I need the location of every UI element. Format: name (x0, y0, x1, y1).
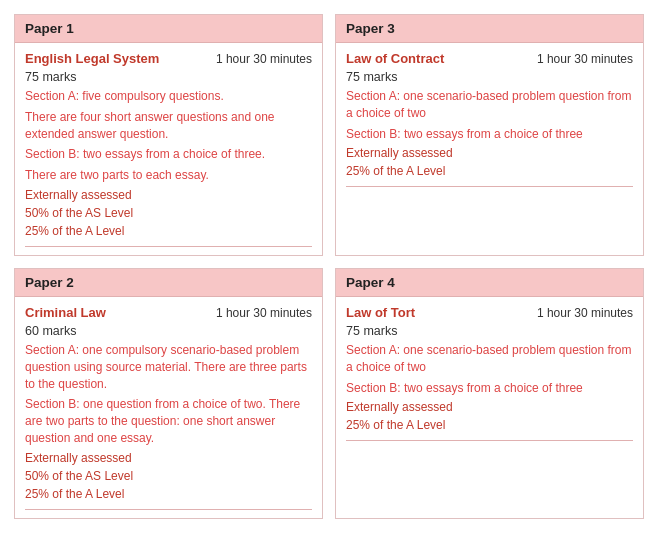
paper4-section-1: Section B: two essays from a choice of t… (346, 380, 633, 397)
paper1-subject: English Legal System (25, 51, 159, 66)
paper3-section-0: Section A: one scenario-based problem qu… (346, 88, 633, 122)
paper3-header: Paper 3 (336, 15, 643, 43)
paper3-title-row: Law of Contract1 hour 30 minutes (346, 51, 633, 66)
paper1-section-0: Section A: five compulsory questions. (25, 88, 312, 105)
paper1-assessed: Externally assessed (25, 188, 312, 202)
paper1-section-3: There are two parts to each essay. (25, 167, 312, 184)
paper2-header: Paper 2 (15, 269, 322, 297)
paper1-section-1: There are four short answer questions an… (25, 109, 312, 143)
paper1-title-row: English Legal System1 hour 30 minutes (25, 51, 312, 66)
paper1-body: English Legal System1 hour 30 minutes75 … (15, 43, 322, 255)
paper2-section-0: Section A: one compulsory scenario-based… (25, 342, 312, 392)
paper3-level2: 25% of the A Level (346, 164, 633, 178)
papers-grid: Paper 1English Legal System1 hour 30 min… (0, 0, 658, 533)
paper1-section-2: Section B: two essays from a choice of t… (25, 146, 312, 163)
paper1-level1: 50% of the AS Level (25, 206, 312, 220)
paper4-body: Law of Tort1 hour 30 minutes75 marksSect… (336, 297, 643, 449)
paper4-subject: Law of Tort (346, 305, 415, 320)
paper1-duration: 1 hour 30 minutes (216, 52, 312, 66)
paper2-body: Criminal Law1 hour 30 minutes60 marksSec… (15, 297, 322, 518)
paper2-divider (25, 509, 312, 510)
paper4-section-0: Section A: one scenario-based problem qu… (346, 342, 633, 376)
paper2-level1: 50% of the AS Level (25, 469, 312, 483)
card-paper1: Paper 1English Legal System1 hour 30 min… (14, 14, 323, 256)
paper3-marks: 75 marks (346, 70, 633, 84)
paper2-level2: 25% of the A Level (25, 487, 312, 501)
paper3-subject: Law of Contract (346, 51, 444, 66)
paper3-section-1: Section B: two essays from a choice of t… (346, 126, 633, 143)
paper2-marks: 60 marks (25, 324, 312, 338)
card-paper4: Paper 4Law of Tort1 hour 30 minutes75 ma… (335, 268, 644, 519)
paper4-title-row: Law of Tort1 hour 30 minutes (346, 305, 633, 320)
paper2-title-row: Criminal Law1 hour 30 minutes (25, 305, 312, 320)
paper2-duration: 1 hour 30 minutes (216, 306, 312, 320)
paper1-header: Paper 1 (15, 15, 322, 43)
paper4-level2: 25% of the A Level (346, 418, 633, 432)
paper4-header: Paper 4 (336, 269, 643, 297)
paper4-divider (346, 440, 633, 441)
card-paper3: Paper 3Law of Contract1 hour 30 minutes7… (335, 14, 644, 256)
paper2-assessed: Externally assessed (25, 451, 312, 465)
paper1-divider (25, 246, 312, 247)
paper4-assessed: Externally assessed (346, 400, 633, 414)
paper4-duration: 1 hour 30 minutes (537, 306, 633, 320)
paper2-subject: Criminal Law (25, 305, 106, 320)
paper3-body: Law of Contract1 hour 30 minutes75 marks… (336, 43, 643, 195)
paper1-marks: 75 marks (25, 70, 312, 84)
paper4-marks: 75 marks (346, 324, 633, 338)
paper1-level2: 25% of the A Level (25, 224, 312, 238)
card-paper2: Paper 2Criminal Law1 hour 30 minutes60 m… (14, 268, 323, 519)
paper2-section-1: Section B: one question from a choice of… (25, 396, 312, 446)
paper3-divider (346, 186, 633, 187)
paper3-assessed: Externally assessed (346, 146, 633, 160)
paper3-duration: 1 hour 30 minutes (537, 52, 633, 66)
